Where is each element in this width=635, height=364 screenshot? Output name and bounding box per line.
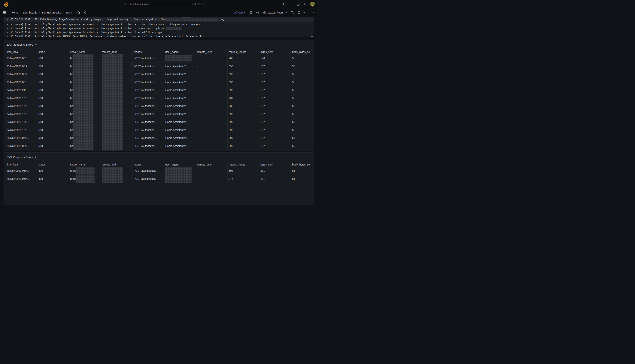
save-dashboard-icon[interactable] bbox=[250, 11, 252, 14]
log-expand-chevron-icon[interactable] bbox=[6, 35, 8, 37]
column-header[interactable]: request bbox=[132, 162, 164, 167]
zoom-out-icon[interactable] bbox=[291, 11, 294, 14]
refresh-icon[interactable] bbox=[298, 11, 300, 14]
table-cell: 231 bbox=[259, 175, 291, 182]
breadcrumb-self-host-blocks[interactable]: Self Host Blocks bbox=[42, 11, 61, 14]
column-header[interactable]: body_bytes_se bbox=[291, 162, 314, 167]
table-cell bbox=[100, 110, 132, 118]
table-cell: 399 bbox=[228, 62, 259, 71]
column-header[interactable]: request bbox=[132, 50, 164, 54]
table-cell: ha bbox=[69, 134, 100, 142]
dashboard-settings-gear-icon[interactable] bbox=[256, 11, 260, 14]
time-range-picker[interactable]: Last 24 hours bbox=[263, 11, 287, 14]
panel-4xx-requests-errors: 4XX Requests Errors time_localstatusserv… bbox=[4, 152, 314, 182]
column-header[interactable]: request_length bbox=[228, 162, 259, 167]
external-link-icon[interactable] bbox=[35, 156, 38, 158]
refresh-interval-chevron-icon[interactable] bbox=[303, 12, 305, 14]
favorite-star-icon[interactable] bbox=[77, 11, 80, 14]
table-cell: 500 bbox=[37, 102, 69, 110]
table-cell: 55 bbox=[291, 54, 314, 63]
log-expand-chevron-icon[interactable] bbox=[6, 18, 8, 20]
menu-hamburger-icon[interactable] bbox=[3, 11, 6, 14]
column-header[interactable]: bytes_sent bbox=[259, 50, 291, 54]
news-rss-icon[interactable] bbox=[303, 3, 306, 6]
column-header[interactable]: status bbox=[37, 50, 69, 54]
grafana-logo-icon[interactable] bbox=[4, 2, 9, 7]
log-expand-chevron-icon[interactable] bbox=[6, 28, 8, 30]
topbar-divider bbox=[293, 2, 293, 6]
search-placeholder: Search or jump to... bbox=[128, 3, 191, 6]
table-4xx: time_localstatusserver_nameremote_addrre… bbox=[6, 162, 314, 182]
table-cell: POST /auth/token ... bbox=[132, 126, 164, 134]
redacted-value bbox=[102, 54, 123, 63]
log-row[interactable]: [13:59:01] [INF] [44] Jellyfin.Plugin.Ko… bbox=[4, 30, 314, 34]
panel-resize-handle[interactable] bbox=[311, 34, 313, 36]
redacted-value bbox=[73, 54, 94, 62]
table-cell: 25/Nov/2023:06:4... bbox=[6, 167, 37, 175]
new-plus-button[interactable] bbox=[282, 3, 285, 6]
column-header[interactable]: request_length bbox=[228, 50, 259, 54]
breadcrumb-separator: › bbox=[20, 11, 21, 14]
table-cell: ha bbox=[69, 118, 100, 126]
column-header[interactable]: bytes_sent bbox=[259, 162, 291, 167]
column-header[interactable]: server_name bbox=[69, 50, 100, 54]
table-cell bbox=[100, 126, 132, 134]
redacted-value bbox=[73, 134, 94, 142]
table-cell: 500 bbox=[37, 78, 69, 87]
redacted-value bbox=[165, 175, 192, 182]
breadcrumb-dashboards[interactable]: Dashboards bbox=[23, 11, 37, 14]
table-cell: - bbox=[196, 175, 228, 182]
log-row[interactable]: [13:59:00] [INF] [44] Jellyfin.Plugin.TM… bbox=[4, 34, 314, 37]
table-cell bbox=[100, 78, 132, 87]
table-cell: 503 bbox=[228, 167, 259, 175]
panel-title[interactable]: 5XX Requests Errors bbox=[7, 43, 33, 46]
column-header[interactable]: status bbox=[37, 162, 69, 167]
add-button[interactable]: Add bbox=[234, 11, 246, 14]
table-cell: Home Assistant/2... bbox=[164, 86, 196, 94]
table-cell: POST /auth/token ... bbox=[132, 102, 164, 110]
table-cell: POST /auth/token ... bbox=[132, 118, 164, 126]
table-cell: Home Assistant/2... bbox=[164, 126, 196, 134]
breadcrumb-left: Home › Dashboards › Self Host Blocks › E… bbox=[0, 11, 86, 14]
search-input[interactable]: Search or jump to... ctrl+k bbox=[122, 1, 205, 7]
column-header[interactable]: remote_addr bbox=[100, 162, 132, 167]
help-icon[interactable]: ? bbox=[296, 3, 300, 6]
share-icon[interactable] bbox=[83, 11, 86, 14]
table-cell: Home Assistant/2... bbox=[164, 102, 196, 110]
column-header[interactable]: remote_addr bbox=[100, 50, 132, 54]
column-header[interactable]: user_agent bbox=[164, 162, 196, 167]
external-link-icon[interactable] bbox=[35, 43, 38, 46]
table-row: 24/Nov/2023:19:3...500haPOST /auth/token… bbox=[6, 102, 314, 110]
panel-title[interactable]: 4XX Requests Errors bbox=[7, 156, 33, 159]
table-cell: 137 bbox=[259, 62, 291, 71]
table-cell: 137 bbox=[259, 142, 291, 150]
table-row: 25/Nov/2023:06:4...400grafaPOST /api/ds/… bbox=[6, 175, 314, 182]
log-row[interactable]: [13:59:12] [INF] [70] Emby.Drawing.Image… bbox=[4, 18, 314, 22]
table-cell: 55 bbox=[291, 70, 314, 78]
log-expand-chevron-icon[interactable] bbox=[6, 31, 8, 34]
column-header[interactable]: user_agent bbox=[164, 50, 196, 54]
table-cell: 137 bbox=[259, 110, 291, 118]
collapse-toolbar-chevron-up-icon[interactable] bbox=[312, 11, 315, 14]
column-header[interactable]: server_name bbox=[69, 162, 100, 167]
log-expand-chevron-icon[interactable] bbox=[6, 24, 8, 26]
column-header[interactable]: remote_user bbox=[196, 162, 228, 167]
redacted-value bbox=[102, 134, 123, 142]
table-cell: ha bbox=[69, 94, 100, 103]
log-line-text: [13:59:00] [INF] [44] Jellyfin.Plugin.TM… bbox=[9, 35, 203, 37]
table-cell: - bbox=[196, 110, 228, 118]
new-chevron-down-icon[interactable] bbox=[287, 3, 289, 5]
log-row[interactable]: [13:59:04] [INF] [44] Jellyfin.Plugin.Ko… bbox=[4, 22, 314, 26]
log-row[interactable]: [13:59:04] [INF] [44] Jellyfin.Plugin.Ko… bbox=[4, 27, 314, 30]
column-header[interactable]: remote_user bbox=[196, 50, 228, 54]
table-cell bbox=[100, 142, 132, 150]
breadcrumb-home[interactable]: Home bbox=[12, 11, 18, 14]
table-cell bbox=[100, 54, 132, 63]
breadcrumb-errors: Errors bbox=[66, 11, 72, 14]
user-avatar[interactable] bbox=[310, 2, 315, 6]
redacted-value bbox=[73, 62, 94, 70]
column-header[interactable]: time_local bbox=[6, 162, 37, 167]
table-cell: 24/Nov/2023:18:3... bbox=[6, 126, 37, 134]
column-header[interactable]: body_bytes_se bbox=[291, 50, 314, 54]
column-header[interactable]: time_local bbox=[6, 50, 37, 54]
